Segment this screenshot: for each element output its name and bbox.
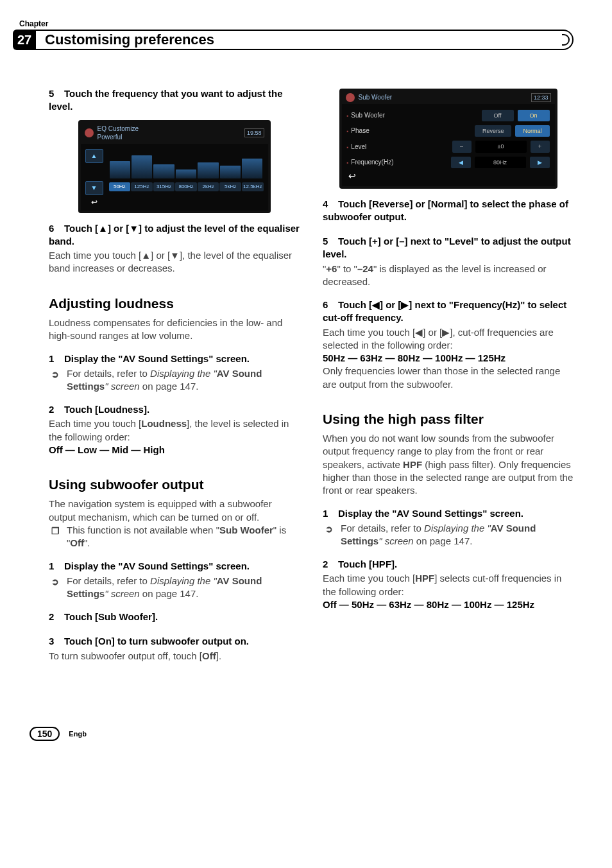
ref-text: Displaying the " — [424, 523, 491, 534]
sw-row-label: Frequency(Hz) — [347, 158, 405, 167]
r-step-6-body2: Only frequencies lower than those in the… — [323, 365, 574, 391]
txt: HPF — [415, 573, 434, 584]
right-column: Sub Woofer 12:33 Sub Woofer Off On Phase — [323, 82, 574, 663]
title-pill: Customising preferences — [36, 30, 574, 50]
ref-text: For details, refer to — [67, 575, 150, 586]
sub-step-1-head: 1Display the "AV Sound Settings" screen. — [49, 560, 300, 573]
footer: 150 Engb — [13, 727, 574, 741]
txt: ]. — [216, 650, 221, 661]
eq-freq-btn[interactable]: 12.5kHz — [242, 182, 264, 192]
level-value: ±0 — [475, 141, 527, 152]
step-6-head: 6Touch [▲] or [▼] to adjust the level of… — [49, 222, 300, 248]
ref-text: " screen — [105, 588, 140, 599]
refer-icon: ➲ — [325, 523, 333, 535]
level-minus-button[interactable]: – — [452, 141, 472, 152]
ref-text: For details, refer to — [67, 368, 150, 379]
txt: To turn subwoofer output off, touch [ — [49, 650, 202, 661]
step-number: 5 — [323, 235, 338, 248]
step-number: 2 — [49, 403, 64, 416]
step-5-head: 5Touch the frequency that you want to ad… — [49, 87, 300, 114]
eq-freq-btn[interactable]: 800Hz — [175, 182, 197, 192]
step-text: Display the "AV Sound Settings" screen. — [64, 560, 250, 571]
freq-left-button[interactable]: ◀ — [451, 157, 471, 168]
step-number: 6 — [323, 299, 338, 311]
step-text: Touch [On] to turn subwoofer output on. — [64, 636, 249, 647]
hpf-step-2-body: Each time you touch [HPF] selects cut-of… — [323, 572, 574, 598]
step-number: 6 — [49, 222, 64, 235]
eq-title: EQ Customize — [98, 125, 139, 134]
txt: Loudness — [141, 418, 187, 429]
ref-text: " screen — [378, 535, 414, 546]
sw-off-button[interactable]: Off — [482, 110, 514, 121]
r-step-6-body: Each time you touch [◀] or [▶], cut-off … — [323, 326, 574, 352]
clock: 12:33 — [531, 93, 551, 102]
txt: ". — [84, 537, 90, 548]
ref-text: For details, refer to — [341, 523, 424, 534]
ref-text: " screen — [105, 381, 140, 392]
step-text: Touch [◀] or [▶] next to "Frequency(Hz)"… — [323, 299, 566, 323]
eq-freq-btn[interactable]: 5kHz — [219, 182, 241, 192]
page-title: Customising preferences — [45, 31, 214, 48]
txt: –24 — [357, 263, 373, 274]
step-text: Display the "AV Sound Settings" screen. — [64, 353, 250, 364]
txt: HPF — [403, 459, 422, 470]
sub-step-2-head: 2Touch [Sub Woofer]. — [49, 611, 300, 623]
sw-on-button[interactable]: On — [518, 110, 550, 121]
eq-up-button[interactable]: ▲ — [85, 149, 103, 163]
level-plus-button[interactable]: + — [531, 141, 550, 152]
step-text: Touch [+] or [–] next to "Level" to adju… — [323, 236, 571, 259]
refer-icon: ➲ — [51, 369, 59, 381]
phase-normal-button[interactable]: Normal — [515, 125, 549, 137]
txt: Off — [202, 650, 216, 661]
eq-freq-btn[interactable]: 315Hz — [153, 182, 175, 192]
subwoofer-screenshot: Sub Woofer 12:33 Sub Woofer Off On Phase — [339, 89, 557, 189]
step-number: 4 — [323, 198, 338, 211]
r-step-6-head: 6Touch [◀] or [▶] next to "Frequency(Hz)… — [323, 299, 574, 325]
sub-step-1-ref: ➲ For details, refer to Displaying the "… — [49, 575, 300, 601]
ref-text: Displaying the " — [150, 368, 217, 379]
r-step-4-head: 4Touch [Reverse] or [Normal] to select t… — [323, 198, 574, 224]
adjusting-loudness-heading: Adjusting loudness — [49, 295, 300, 313]
hpf-step-1-head: 1Display the "AV Sound Settings" screen. — [323, 507, 574, 520]
loudness-intro: Loudness compensates for deficiencies in… — [49, 317, 300, 343]
gear-icon — [85, 128, 94, 137]
sw-row-label: Phase — [347, 126, 405, 135]
left-column: 5Touch the frequency that you want to ad… — [49, 82, 300, 663]
chapter-label: Chapter — [19, 19, 574, 28]
step-6-body: Each time you touch [▲] or [▼], the leve… — [49, 249, 300, 275]
phase-reverse-button[interactable]: Reverse — [475, 125, 512, 137]
sw-title: Sub Woofer — [359, 93, 393, 102]
eq-bars — [107, 148, 266, 181]
eq-customize-screenshot: EQ Customize Powerful 19:58 ▲ ▼ ↩ — [78, 120, 271, 213]
sw-row-label: Level — [347, 143, 405, 152]
hpf-heading: Using the high pass filter — [323, 410, 574, 428]
header-bar: 27 Customising preferences — [13, 30, 574, 50]
step-text: Display the "AV Sound Settings" screen. — [338, 508, 523, 519]
eq-down-button[interactable]: ▼ — [85, 181, 103, 195]
gear-icon — [346, 93, 355, 102]
step-number: 1 — [323, 507, 338, 520]
step-text: Touch the frequency that you want to adj… — [49, 88, 283, 112]
step-text: Touch [Loudness]. — [64, 404, 149, 415]
r-step-5-head: 5Touch [+] or [–] next to "Level" to adj… — [323, 235, 574, 261]
ref-text: on page 147. — [140, 381, 199, 392]
hpf-intro: When you do not want low sounds from the… — [323, 432, 574, 497]
txt: +6 — [326, 263, 337, 274]
back-icon[interactable]: ↩ — [85, 198, 103, 207]
hpf-step-1-ref: ➲ For details, refer to Displaying the "… — [323, 522, 574, 548]
eq-freq-btn[interactable]: 2kHz — [198, 182, 219, 192]
using-subwoofer-heading: Using subwoofer output — [49, 476, 300, 494]
step-number: 1 — [49, 560, 64, 573]
step-number: 5 — [49, 87, 64, 100]
loudness-step-1-ref: ➲ For details, refer to Displaying the "… — [49, 367, 300, 394]
eq-freq-btn[interactable]: 125Hz — [131, 182, 153, 192]
back-icon[interactable]: ↩ — [347, 170, 550, 185]
step-text: Touch [Sub Woofer]. — [64, 611, 158, 622]
ref-text: Displaying the " — [150, 575, 217, 586]
freq-value: 80Hz — [475, 157, 526, 168]
eq-freq-btn[interactable]: 50Hz — [109, 182, 131, 192]
freq-right-button[interactable]: ▶ — [530, 157, 550, 168]
sw-row-label: Sub Woofer — [347, 111, 405, 120]
txt: Each time you touch [ — [49, 418, 141, 429]
step-number: 3 — [49, 635, 64, 648]
